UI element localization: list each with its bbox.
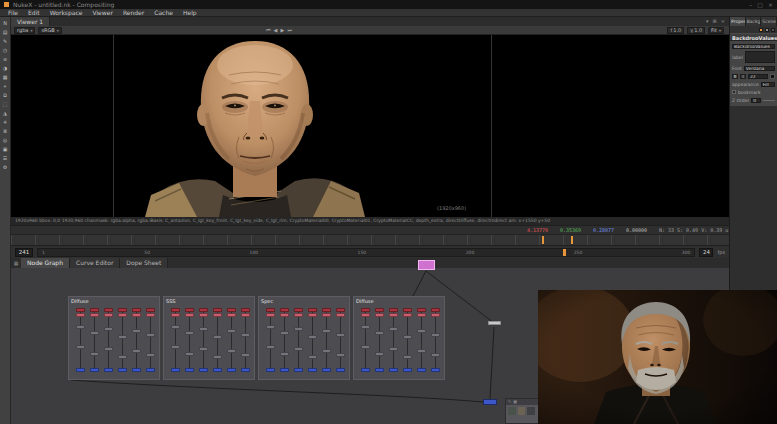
- shuffle-node[interactable]: [241, 308, 250, 312]
- minimize-icon[interactable]: –: [749, 0, 752, 9]
- merge-node[interactable]: [322, 349, 331, 353]
- merge-node[interactable]: [104, 327, 113, 331]
- thumbnail[interactable]: [527, 407, 535, 415]
- grade-node[interactable]: [199, 313, 208, 317]
- shuffle-node[interactable]: [213, 308, 222, 312]
- zorder-slider[interactable]: [763, 100, 775, 101]
- output-node[interactable]: [241, 368, 250, 372]
- output-node[interactable]: [213, 368, 222, 372]
- grade-node[interactable]: [403, 313, 412, 317]
- grade-node[interactable]: [90, 313, 99, 317]
- merge-node[interactable]: [266, 345, 275, 349]
- tab-curve-editor[interactable]: Curve Editor: [70, 258, 120, 268]
- output-node[interactable]: [375, 368, 384, 372]
- grade-node[interactable]: [76, 313, 85, 317]
- merge-node[interactable]: [132, 349, 141, 353]
- grade-node[interactable]: [266, 313, 275, 317]
- grade-node[interactable]: [322, 313, 331, 317]
- output-node[interactable]: [146, 368, 155, 372]
- output-node[interactable]: [417, 368, 426, 372]
- output-node[interactable]: [199, 368, 208, 372]
- shuffle-node[interactable]: [361, 308, 370, 312]
- shuffle-node[interactable]: [403, 308, 412, 312]
- merge-node[interactable]: [185, 331, 194, 335]
- shuffle-node[interactable]: [118, 308, 127, 312]
- nuke-logo-icon[interactable]: N: [1, 19, 10, 27]
- selected-backdrop-node[interactable]: [418, 260, 435, 270]
- zorder-field[interactable]: 0: [751, 98, 761, 103]
- output-node[interactable]: [76, 368, 85, 372]
- shuffle-node[interactable]: [308, 308, 317, 312]
- shuffle-node[interactable]: [185, 308, 194, 312]
- backdrop-sss-1[interactable]: SSS: [163, 296, 255, 380]
- merge-node[interactable]: [185, 352, 194, 356]
- merge-node[interactable]: [227, 329, 236, 333]
- output-node[interactable]: [118, 368, 127, 372]
- menu-render[interactable]: Render: [123, 9, 144, 17]
- shuffle-node[interactable]: [431, 308, 440, 312]
- dot-node[interactable]: [488, 321, 501, 325]
- color-icon[interactable]: ◑: [1, 64, 10, 72]
- reference-image-panel[interactable]: [538, 290, 777, 424]
- thumbnail[interactable]: [508, 407, 516, 415]
- tab-background-renders[interactable]: Background Renders: [746, 17, 762, 26]
- merge-node[interactable]: [403, 335, 412, 339]
- merge-node[interactable]: [431, 333, 440, 337]
- particles-icon[interactable]: ✳: [1, 118, 10, 126]
- merge-node[interactable]: [76, 345, 85, 349]
- menu-edit[interactable]: Edit: [28, 9, 40, 17]
- grade-node[interactable]: [118, 313, 127, 317]
- merge-node[interactable]: [213, 355, 222, 359]
- merge-node[interactable]: [199, 327, 208, 331]
- merge-node[interactable]: [146, 353, 155, 357]
- merge-node[interactable]: [389, 327, 398, 331]
- merge-node[interactable]: [280, 331, 289, 335]
- grade-node[interactable]: [417, 313, 426, 317]
- output-node[interactable]: [483, 399, 497, 405]
- merge-node[interactable]: [294, 327, 303, 331]
- shuffle-node[interactable]: [375, 308, 384, 312]
- current-frame-field[interactable]: 241: [15, 248, 33, 257]
- thumbnail[interactable]: [518, 407, 526, 415]
- zoom-dropdown[interactable]: Fit: [708, 27, 724, 34]
- 3d-icon[interactable]: ◮: [1, 109, 10, 117]
- tab-node-graph[interactable]: Node Graph: [21, 258, 70, 268]
- filter-icon[interactable]: ▦: [1, 73, 10, 81]
- deep-icon[interactable]: ≣: [1, 127, 10, 135]
- shuffle-node[interactable]: [171, 308, 180, 312]
- image-icon[interactable]: ▤: [1, 28, 10, 36]
- menu-workspace[interactable]: Workspace: [50, 9, 83, 17]
- frame-slider-track[interactable]: 150100150200250300: [37, 248, 695, 257]
- merge-node[interactable]: [171, 325, 180, 329]
- gain-control[interactable]: f1.0: [667, 27, 684, 34]
- merge-node[interactable]: [118, 355, 127, 359]
- output-node[interactable]: [361, 368, 370, 372]
- output-node[interactable]: [185, 368, 194, 372]
- output-node[interactable]: [403, 368, 412, 372]
- tab-scene-graph[interactable]: Scene Graph: [761, 17, 777, 26]
- merge-node[interactable]: [132, 329, 141, 333]
- merge-node[interactable]: [431, 353, 440, 357]
- grade-node[interactable]: [104, 313, 113, 317]
- transform-icon[interactable]: ⬚: [1, 100, 10, 108]
- viewer-canvas[interactable]: (1920x960): [11, 35, 729, 217]
- grade-node[interactable]: [431, 313, 440, 317]
- play-forward-button[interactable]: ▶: [280, 26, 284, 35]
- grade-node[interactable]: [213, 313, 222, 317]
- panel-menu-icon[interactable]: ▦: [11, 258, 21, 268]
- channel-icon[interactable]: ≋: [1, 55, 10, 63]
- font-dropdown[interactable]: Verdana: [744, 66, 775, 71]
- merge-node[interactable]: [171, 345, 180, 349]
- node-panel-header[interactable]: BackdropValues: [730, 33, 777, 41]
- output-node[interactable]: [308, 368, 317, 372]
- appearance-dropdown[interactable]: Fill: [761, 82, 775, 87]
- panel-menu-icon[interactable]: ▾: [706, 17, 709, 26]
- merge-node[interactable]: [375, 352, 384, 356]
- merge-node[interactable]: [280, 352, 289, 356]
- output-node[interactable]: [266, 368, 275, 372]
- output-node[interactable]: [322, 368, 331, 372]
- grade-node[interactable]: [241, 313, 250, 317]
- go-to-end-button[interactable]: ⏭: [287, 26, 292, 35]
- bold-button[interactable]: B: [732, 74, 738, 79]
- shuffle-node[interactable]: [146, 308, 155, 312]
